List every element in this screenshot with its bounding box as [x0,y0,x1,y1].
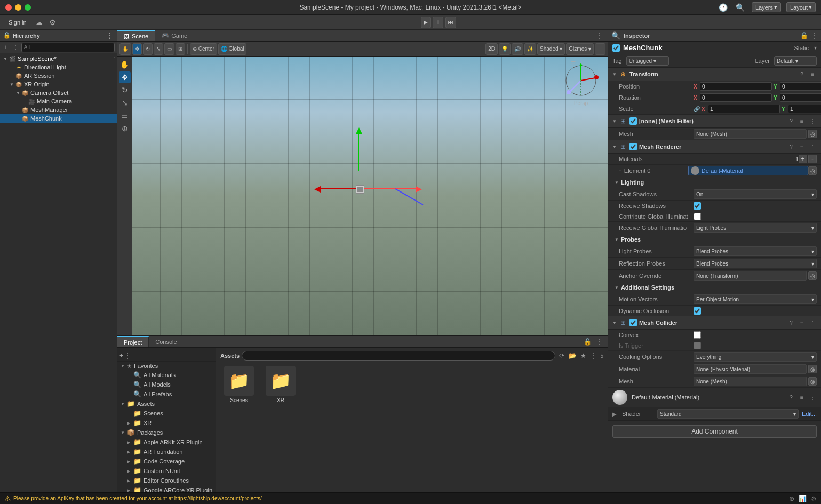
contribute-gi-checkbox[interactable] [694,213,701,220]
mesh-filter-enabled-checkbox[interactable] [629,117,637,125]
anchor-ref-button[interactable]: ◎ [808,271,817,280]
hierarchy-item-camera-offset[interactable]: ▼ 📦 Camera Offset [0,89,117,97]
minimize-button[interactable] [15,4,21,11]
xr-folder[interactable]: ▶ 📁 XR [117,418,216,428]
rect-tool-button[interactable]: ▭ [164,43,174,55]
add-icon[interactable]: + [119,352,123,359]
cooking-options-dropdown[interactable]: Everything ▾ [694,352,817,362]
hierarchy-more-icon[interactable]: ⋮ [105,31,114,40]
is-trigger-checkbox[interactable] [694,342,701,349]
rotation-y-input[interactable] [780,93,821,102]
lighting-button[interactable]: 💡 [499,43,511,55]
scene-options-icon[interactable]: ⋮ [595,31,603,40]
shader-dropdown[interactable]: Standard ▾ [657,409,799,419]
scenes-folder-item[interactable]: 📁 Scenes [220,366,258,403]
hierarchy-add-button[interactable]: + [2,44,10,51]
convex-checkbox[interactable] [694,331,701,339]
custom-icon[interactable]: ⊕ [119,123,131,134]
move-icon[interactable]: ✥ [119,71,131,83]
scale-lock-icon[interactable]: 🔗 [694,106,700,112]
more-icon[interactable]: ⋮ [808,393,817,402]
mesh-dropdown[interactable]: None (Mesh) [694,129,807,139]
all-prefabs-item[interactable]: 🔍 All Prefabs [117,389,216,399]
hierarchy-item-xr-origin[interactable]: ▼ 📦 XR Origin [0,80,117,89]
mesh-ref-button[interactable]: ◎ [808,130,817,138]
all-models-item[interactable]: 🔍 All Models [117,380,216,389]
assets-header[interactable]: ▼ 📁 Assets [117,399,216,409]
rotate-icon[interactable]: ↻ [119,84,131,96]
more-icon[interactable]: ⋮ [808,318,817,327]
mesh-collider-header[interactable]: ▼ ⊞ Mesh Collider ? ≡ ⋮ [608,316,821,330]
more-icon[interactable]: ⋮ [589,351,598,360]
materials-add-button[interactable]: + [799,155,807,163]
search-icon[interactable]: 🔍 [735,2,746,13]
tab-console[interactable]: Console [149,336,184,347]
audio-button[interactable]: 🔊 [512,43,523,55]
packages-header[interactable]: ▼ 📦 Packages [117,428,216,437]
google-arcore-folder[interactable]: ▶ 📁 Google ARCore XR Plugin [117,485,216,492]
inspector-more-icon[interactable]: ⋮ [811,32,818,39]
tab-scene[interactable]: 🖼 Scene [117,30,155,41]
material-ref-button[interactable]: ◎ [808,365,817,373]
scale-y-input[interactable] [788,105,821,113]
mesh-renderer-enabled-checkbox[interactable] [629,143,637,150]
reflection-probes-dropdown[interactable]: Blend Probes ▾ [694,259,817,268]
hierarchy-item-ar-session[interactable]: 📦 AR Session [0,71,117,80]
code-coverage-folder[interactable]: ▶ 📁 Code Coverage [117,457,216,466]
options-icon[interactable]: ⋮ [124,352,131,359]
more-icon[interactable]: ⋮ [595,338,603,346]
help-icon[interactable]: ? [787,117,795,125]
rotation-x-input[interactable] [700,93,772,102]
probes-section-header[interactable]: ▼ Probes [608,234,821,245]
help-icon[interactable]: ? [798,70,806,78]
editor-coroutines-folder[interactable]: ▶ 📁 Editor Coroutines [117,476,216,485]
mesh-collider-enabled-checkbox[interactable] [629,319,637,326]
help-icon[interactable]: ? [787,142,795,151]
all-materials-item[interactable]: 🔍 All Materials [117,370,216,380]
project-search-input[interactable] [242,351,555,361]
layout-dropdown[interactable]: Layout ▾ [786,2,816,12]
custom-nunit-folder[interactable]: ▶ 📁 Custom NUnit [117,466,216,476]
cloud-icon[interactable]: ☁ [33,17,45,28]
more-button[interactable]: ⋮ [595,43,605,55]
close-button[interactable] [5,4,12,11]
hierarchy-lock-icon[interactable]: 🔓 [3,32,11,39]
tag-dropdown[interactable]: Untagged ▾ [626,56,669,66]
star-icon[interactable]: ★ [579,351,587,360]
light-probes-dropdown[interactable]: Blend Probes ▾ [694,246,817,256]
hierarchy-search-input[interactable] [21,43,115,52]
object-enabled-checkbox[interactable] [612,44,620,52]
add-component-button[interactable]: Add Component [612,425,817,438]
maximize-button[interactable] [25,4,31,11]
signin-button[interactable]: Sign in [4,18,31,27]
move-tool-button[interactable]: ✥ [132,43,142,55]
static-dropdown-icon[interactable]: ▾ [814,45,817,51]
rect-icon[interactable]: ▭ [119,110,131,122]
hierarchy-item-directional-light[interactable]: ☀ Directional Light [0,63,117,71]
reveal-icon[interactable]: 📂 [568,351,577,360]
help-icon[interactable]: ? [787,393,795,402]
mesh-renderer-header[interactable]: ▼ ⊞ Mesh Renderer ? ≡ ⋮ [608,140,821,154]
transform-tool-button[interactable]: ⊞ [176,43,185,55]
settings-icon[interactable]: ≡ [808,70,817,78]
more-icon[interactable]: ⋮ [808,117,817,125]
hierarchy-options-button[interactable]: ⋮ [11,44,20,51]
folder-refresh-icon[interactable]: ⟳ [557,351,566,360]
scene-view[interactable]: ✋ ✥ ↻ ⤡ ▭ ⊕ [117,57,608,335]
receive-shadows-checkbox[interactable] [694,202,701,210]
element-0-value[interactable]: Default-Material [688,166,808,175]
rotate-tool-button[interactable]: ↻ [143,43,153,55]
xr-folder-item[interactable]: 📁 XR [262,366,299,403]
ar-foundation-folder[interactable]: ▶ 📁 AR Foundation [117,447,216,457]
mesh-filter-header[interactable]: ▼ ⊞ [none] (Mesh Filter) ? ≡ ⋮ [608,115,821,128]
hierarchy-item-samplescene[interactable]: ▼ 🎬 SampleScene* ⋮ [0,54,117,63]
receive-gi-dropdown[interactable]: Light Probes ▾ [694,223,817,233]
settings-icon[interactable]: ≡ [798,318,806,327]
scale-icon[interactable]: ⤡ [119,97,131,109]
scale-x-input[interactable] [708,105,780,113]
scene-menu-icon[interactable]: ≡ [571,59,576,68]
2d-button[interactable]: 2D [485,43,498,55]
help-icon[interactable]: ? [787,318,795,327]
scene-view-dropdown[interactable]: Shaded ▾ [537,43,565,55]
position-x-input[interactable] [700,82,772,91]
